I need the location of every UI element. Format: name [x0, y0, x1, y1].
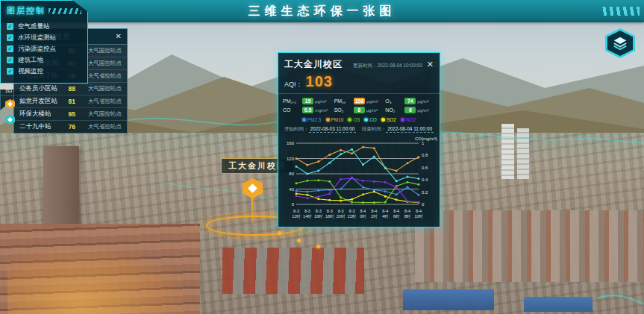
chart-legend-item[interactable]: O3: [348, 117, 360, 122]
station-panel-close-icon[interactable]: ✕: [116, 33, 122, 40]
pollutant-unit: mg/m³: [315, 108, 328, 113]
legend-dot-icon: [302, 118, 306, 122]
pollutant-value-chip: 156: [354, 98, 366, 104]
pollutant-value-chip: 0.5: [302, 107, 313, 113]
start-time-input[interactable]: 2022-08-03 11:00:00: [309, 126, 357, 133]
layer-list: ✓空气质量站✓水环境监测站✓污染源监控点✓建筑工地✓视频监控: [7, 21, 81, 77]
popup-title: 工大金川校区: [284, 58, 343, 71]
svg-text:8-42时: 8-42时: [371, 209, 378, 219]
station-type: 大气省控站点: [75, 123, 122, 131]
legend-label: NO2: [406, 117, 416, 122]
aqi-row: AQI： 103: [278, 73, 440, 94]
layer-item[interactable]: ✓水环境监测站: [7, 32, 81, 43]
checkbox-checked-icon[interactable]: ✓: [7, 45, 13, 52]
pollutant-label: O₃: [385, 98, 403, 104]
legend-label: O3: [353, 117, 360, 122]
pollutant-label: NO₂: [385, 107, 403, 113]
layer-item[interactable]: ✓空气质量站: [7, 21, 81, 32]
checkbox-checked-icon[interactable]: ✓: [7, 68, 13, 75]
chart-legend-item[interactable]: PM2.5: [302, 117, 322, 122]
checkbox-checked-icon[interactable]: ✓: [7, 23, 13, 30]
station-row[interactable]: 如意开发区站81大气省控站点: [14, 95, 127, 108]
sunlit-glow: [7, 246, 187, 314]
legend-dot-icon: [401, 118, 404, 122]
station-type: 大气国控站点: [75, 85, 122, 92]
chart-legend-item[interactable]: NO2: [401, 117, 416, 122]
svg-text:8-318时: 8-318时: [325, 209, 334, 219]
station-name: 公务员小区站: [19, 84, 59, 93]
time-range-row: 开始时间： 2022-08-03 11:00:00 结束时间： 2022-08-…: [278, 125, 440, 136]
popup-close-icon[interactable]: ✕: [427, 60, 434, 69]
layer-item[interactable]: ✓建筑工地: [7, 54, 81, 66]
pollutant-label: SO₂: [334, 107, 352, 113]
map-dot: [278, 231, 281, 235]
svg-text:1: 1: [422, 141, 425, 145]
pollutant-label: PM₂.₅: [283, 98, 301, 104]
svg-text:0.8: 0.8: [422, 153, 428, 157]
pollutant-trend-chart: 0408012016000.20.40.60.81CO(mg/m³)8-312时…: [281, 136, 438, 224]
layer-item[interactable]: ✓污染源监控点: [7, 43, 81, 54]
legend-dot-icon: [326, 118, 330, 122]
aqi-label: AQI：: [284, 80, 303, 90]
svg-text:120: 120: [287, 157, 295, 161]
popup-update-time: 更新时间：2022-08-04 10:00:00: [347, 63, 422, 69]
layer-label: 建筑工地: [18, 56, 43, 65]
station-type: 大气省控站点: [75, 98, 122, 105]
pollutant-unit: μg/m³: [417, 108, 428, 113]
pollutant-unit: μg/m³: [417, 99, 428, 104]
layer-label: 空气质量站: [18, 22, 50, 31]
pollutant-label: PM₁₀: [334, 98, 352, 104]
layer-toggle-button[interactable]: [605, 28, 635, 58]
pollutant-label: CO: [283, 107, 301, 113]
building-red-sheds: [222, 248, 364, 294]
update-time-value: 2022-08-04 10:00:00: [377, 63, 422, 68]
legend-label: CO: [369, 117, 377, 122]
pollutant-value-chip: 6: [404, 107, 416, 113]
legend-dot-icon: [348, 118, 351, 122]
pollutant-cell: SO₂8μg/m³: [334, 107, 384, 113]
station-aqi: 81: [59, 98, 75, 105]
station-aqi: 88: [59, 85, 75, 92]
chart-legend-item[interactable]: CO: [364, 117, 377, 122]
svg-text:80: 80: [289, 172, 294, 176]
start-time-label: 开始时间：: [284, 126, 309, 133]
chart-legend-item[interactable]: SO2: [381, 117, 396, 122]
pollutant-value-chip: 15: [302, 98, 313, 104]
station-row[interactable]: 环保大楼站95大气国控站点: [14, 108, 127, 121]
svg-text:8-40时: 8-40时: [360, 209, 366, 219]
checkbox-checked-icon[interactable]: ✓: [7, 57, 13, 63]
pollutant-unit: μg/m³: [366, 108, 378, 113]
svg-text:160: 160: [287, 141, 295, 145]
layer-item[interactable]: ✓视频监控: [7, 66, 81, 77]
pollutant-value-chip: 8: [354, 107, 365, 113]
station-row[interactable]: 公务员小区站88大气国控站点: [14, 83, 127, 95]
checkbox-checked-icon[interactable]: ✓: [7, 34, 13, 41]
svg-text:CO(mg/m³): CO(mg/m³): [415, 136, 437, 141]
end-time-label: 结束时间：: [362, 126, 387, 133]
station-type: 大气国控站点: [75, 110, 122, 118]
svg-text:8-322时: 8-322时: [348, 209, 357, 219]
app-window: 三维生态环保一张图 空气站信息 ✕ 青城公园站85大气国控站点大学西路监测站92…: [0, 0, 644, 314]
title-bar: 三维生态环保一张图: [0, 0, 644, 22]
layer-panel-title: 图层控制: [7, 5, 46, 16]
station-row[interactable]: 二十九中站76大气省控站点: [14, 121, 127, 134]
svg-text:8-46时: 8-46时: [393, 209, 400, 219]
header-chevrons-right-icon: [601, 7, 640, 16]
pollutant-cell: NO₂6μg/m³: [385, 107, 435, 113]
end-time-input[interactable]: 2022-08-04 11:00:00: [386, 126, 434, 133]
svg-text:0.4: 0.4: [422, 178, 428, 182]
svg-text:40: 40: [289, 187, 294, 192]
chart-legend-item[interactable]: PM10: [326, 117, 344, 122]
layer-label: 水环境监测站: [18, 34, 56, 43]
building-blue-warehouse-2: [524, 297, 593, 312]
map-dot: [316, 245, 320, 248]
layer-panel-header: 图层控制: [7, 5, 81, 16]
popup-header: 工大金川校区 更新时间：2022-08-04 10:00:00 ✕: [278, 53, 440, 73]
legend-dot-icon: [364, 118, 368, 122]
legend-label: SO2: [387, 117, 396, 122]
station-name: 环保大楼站: [19, 110, 59, 119]
pollutant-cell: O₃74μg/m³: [385, 98, 435, 104]
building-white-tower-1: [501, 124, 514, 179]
update-time-label: 更新时间：: [353, 63, 378, 68]
svg-text:8-410时: 8-410时: [414, 209, 423, 219]
